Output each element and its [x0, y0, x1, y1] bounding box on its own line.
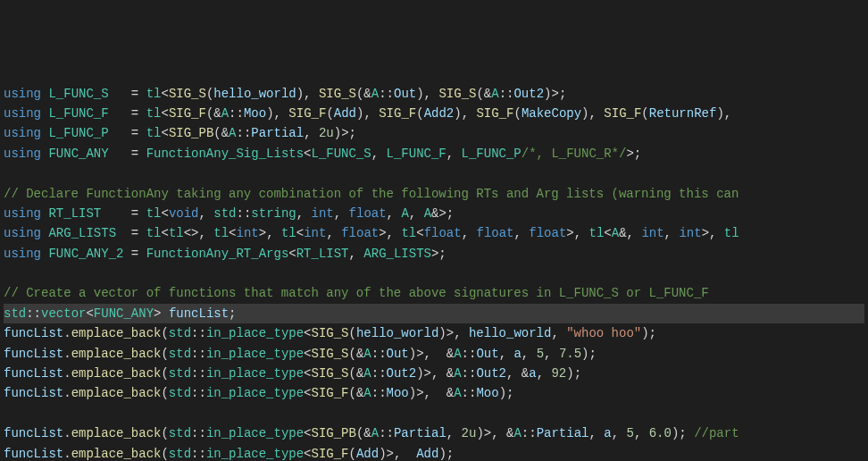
code-line[interactable]: funcList.emplace_back(std::in_place_type… [4, 444, 864, 461]
code-line[interactable]: // Create a vector of functions that mat… [4, 283, 864, 303]
code-editor[interactable]: using L_FUNC_S = tl<SIG_S(hello_world), … [4, 84, 864, 461]
code-line[interactable]: funcList.emplace_back(std::in_place_type… [4, 364, 864, 383]
code-line[interactable]: using FUNC_ANY = FunctionAny_Sig_Lists<L… [4, 144, 864, 163]
code-line[interactable]: funcList.emplace_back(std::in_place_type… [4, 383, 864, 403]
code-line[interactable]: funcList.emplace_back(std::in_place_type… [4, 344, 864, 364]
code-line[interactable] [4, 404, 864, 423]
code-line[interactable] [4, 264, 864, 283]
code-line[interactable]: std::vector<FUNC_ANY> funcList; [4, 304, 864, 323]
code-line[interactable]: using L_FUNC_F = tl<SIG_F(&A::Moo), SIG_… [4, 104, 864, 123]
code-line[interactable]: using L_FUNC_P = tl<SIG_PB(&A::Partial, … [4, 123, 864, 143]
code-line[interactable] [4, 163, 864, 183]
code-line[interactable]: using FUNC_ANY_2 = FunctionAny_RT_Args<R… [4, 244, 864, 264]
code-line[interactable]: funcList.emplace_back(std::in_place_type… [4, 323, 864, 343]
code-line[interactable]: funcList.emplace_back(std::in_place_type… [4, 423, 864, 443]
code-line[interactable]: using RT_LIST = tl<void, std::string, in… [4, 204, 864, 223]
code-line[interactable]: // Declare FunctionAny taking any combin… [4, 184, 864, 204]
code-line[interactable]: using ARG_LISTS = tl<tl<>, tl<int>, tl<i… [4, 223, 864, 243]
code-line[interactable]: using L_FUNC_S = tl<SIG_S(hello_world), … [4, 84, 864, 104]
